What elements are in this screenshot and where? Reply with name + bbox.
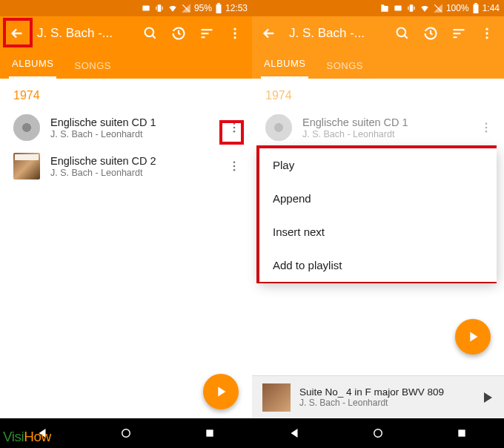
svg-rect-22 [207, 429, 213, 436]
visihow-logo: VisiHow [3, 429, 51, 445]
tab-songs[interactable]: SONGS [71, 53, 113, 79]
battery-text: 100% [446, 3, 469, 13]
album-art-icon [13, 114, 40, 141]
vibrate-icon [154, 3, 165, 13]
item-overflow-button[interactable] [474, 116, 498, 139]
nav-home[interactable] [368, 423, 388, 444]
svg-point-15 [233, 122, 236, 125]
svg-point-20 [233, 169, 236, 171]
svg-point-21 [122, 429, 130, 438]
page-title: J. S. Bach -... [31, 26, 136, 41]
svg-rect-29 [474, 3, 477, 4]
tab-songs[interactable]: SONGS [323, 53, 365, 79]
svg-rect-24 [410, 4, 414, 11]
appbar: J. S. Bach -... [0, 16, 252, 50]
menu-insert-next[interactable]: Insert next [259, 215, 497, 248]
svg-rect-23 [394, 6, 401, 11]
clock-text: 1:44 [483, 3, 500, 13]
svg-point-39 [485, 127, 488, 129]
menu-play[interactable]: Play [259, 148, 497, 182]
search-button[interactable] [136, 19, 165, 47]
appbar: J. S. Bach -... [252, 16, 504, 50]
svg-point-12 [233, 28, 236, 30]
now-playing-text: Suite No_ 4 in F major BWV 809 J. S. Bac… [299, 386, 467, 408]
tabs: ALBUMS SONGS [0, 50, 252, 79]
now-playing-play-button[interactable] [476, 386, 498, 409]
svg-point-7 [145, 28, 154, 37]
back-button[interactable] [255, 19, 283, 47]
wifi-icon [168, 3, 178, 13]
signal-icon [433, 3, 443, 13]
svg-point-41 [374, 429, 382, 438]
svg-rect-9 [202, 29, 213, 30]
svg-rect-32 [454, 29, 465, 30]
svg-rect-2 [156, 7, 156, 10]
svg-point-18 [233, 161, 236, 163]
svg-point-13 [233, 32, 236, 34]
overflow-button[interactable] [473, 19, 501, 47]
phone-left: 95% 12:53 J. S. Bach -... ALBUMS SONGS 1… [0, 0, 252, 448]
play-fab[interactable] [203, 374, 239, 409]
tab-albums[interactable]: ALBUMS [261, 50, 308, 79]
tab-albums[interactable]: ALBUMS [9, 50, 56, 79]
menu-add-to-playlist[interactable]: Add to playlist [259, 248, 497, 282]
battery-text: 95% [194, 3, 212, 13]
now-playing-bar[interactable]: Suite No_ 4 in F major BWV 809 J. S. Bac… [252, 375, 504, 418]
play-fab[interactable] [455, 319, 491, 355]
svg-point-14 [233, 36, 236, 39]
svg-line-8 [153, 36, 156, 39]
back-button[interactable] [3, 19, 31, 47]
search-button[interactable] [388, 19, 417, 47]
wifi-icon [420, 3, 430, 13]
svg-rect-0 [142, 6, 149, 11]
album-title: Englische suiten CD 1 [302, 116, 464, 128]
nav-home[interactable] [116, 423, 136, 444]
svg-rect-34 [454, 36, 457, 38]
notif-icon [379, 3, 390, 13]
svg-rect-3 [162, 7, 162, 10]
svg-point-17 [233, 131, 236, 133]
item-overflow-button[interactable] [222, 116, 246, 139]
svg-rect-42 [459, 429, 465, 436]
battery-icon [472, 3, 480, 13]
svg-point-16 [233, 127, 236, 129]
svg-rect-6 [217, 3, 220, 4]
phone-right: 100% 1:44 J. S. Bach -... ALBUMS SONGS 1… [252, 0, 504, 448]
content-area: 1974 Englische suiten CD 1 J. S. Bach - … [0, 79, 252, 418]
album-title: Englische suiten CD 1 [50, 116, 212, 128]
vibrate-icon [406, 3, 417, 13]
notif-icon [393, 3, 403, 13]
svg-rect-10 [202, 33, 209, 34]
svg-point-40 [485, 131, 488, 133]
list-item-text: Englische suiten CD 1 J. S. Bach - Leonh… [302, 116, 464, 139]
nav-recent[interactable] [199, 423, 220, 444]
svg-point-30 [397, 28, 406, 37]
nav-back[interactable] [284, 423, 305, 444]
album-subtitle: J. S. Bach - Leonhardt [50, 129, 212, 139]
statusbar: 100% 1:44 [252, 0, 504, 16]
sort-button[interactable] [193, 19, 221, 47]
item-overflow-button[interactable] [222, 154, 246, 178]
sort-button[interactable] [445, 19, 473, 47]
context-menu: Play Append Insert next Add to playlist [259, 148, 497, 282]
album-art-icon [13, 153, 40, 179]
history-button[interactable] [165, 19, 193, 47]
svg-rect-25 [408, 7, 408, 10]
svg-point-19 [233, 165, 236, 168]
list-item-text: Englische suiten CD 2 J. S. Bach - Leonh… [50, 155, 212, 178]
overflow-button[interactable] [221, 19, 249, 47]
album-subtitle: J. S. Bach - Leonhardt [302, 129, 464, 139]
menu-append[interactable]: Append [259, 182, 497, 215]
battery-icon [215, 3, 222, 13]
svg-rect-28 [473, 4, 478, 13]
list-item[interactable]: Englische suiten CD 1 J. S. Bach - Leonh… [0, 108, 252, 147]
now-playing-art [262, 383, 291, 412]
nav-recent[interactable] [451, 423, 472, 444]
list-item[interactable]: Englische suiten CD 1 J. S. Bach - Leonh… [252, 108, 504, 147]
year-header: 1974 [0, 79, 252, 108]
history-button[interactable] [417, 19, 445, 47]
signal-icon [181, 3, 191, 13]
list-item[interactable]: Englische suiten CD 2 J. S. Bach - Leonh… [0, 147, 252, 185]
svg-point-35 [485, 28, 488, 30]
svg-line-31 [405, 36, 408, 39]
